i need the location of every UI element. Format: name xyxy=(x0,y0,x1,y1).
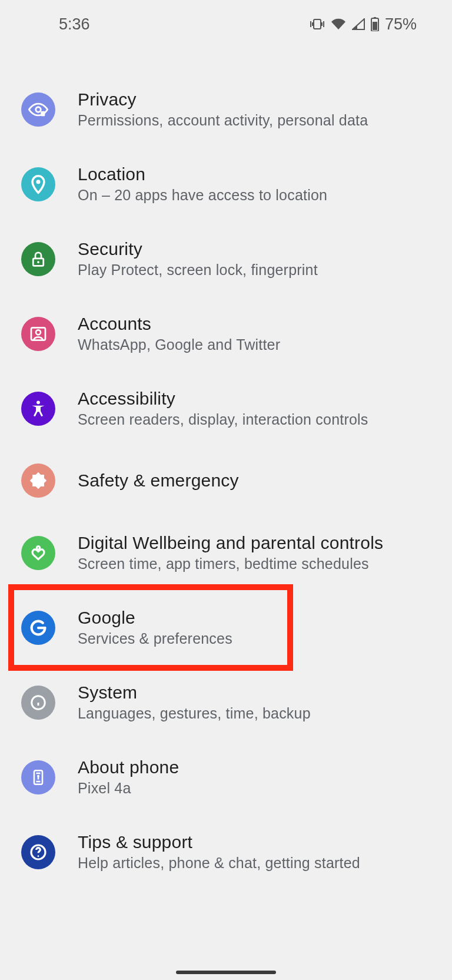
statusbar-indicators: 75% xyxy=(310,15,417,34)
svg-point-16 xyxy=(36,546,39,549)
svg-point-12 xyxy=(37,261,39,263)
info-icon xyxy=(21,686,55,720)
item-text: PrivacyPermissions, account activity, pe… xyxy=(78,90,368,129)
svg-point-8 xyxy=(36,107,41,112)
item-text: Digital Wellbeing and parental controlsS… xyxy=(78,533,383,572)
svg-rect-9 xyxy=(41,111,45,116)
svg-point-26 xyxy=(38,855,39,857)
item-subtitle: Screen time, app timers, bedtime schedul… xyxy=(78,555,383,572)
item-text: About phonePixel 4a xyxy=(78,757,179,797)
battery-percent: 75% xyxy=(385,15,417,34)
accessibility-icon xyxy=(21,392,55,426)
item-title: Accounts xyxy=(78,314,280,334)
settings-item-tips[interactable]: Tips & supportHelp articles, phone & cha… xyxy=(0,815,452,889)
item-subtitle: Permissions, account activity, personal … xyxy=(78,112,368,129)
item-title: Tips & support xyxy=(78,832,360,852)
settings-item-accounts[interactable]: AccountsWhatsApp, Google and Twitter xyxy=(0,296,452,371)
item-subtitle: Languages, gestures, time, backup xyxy=(78,705,311,722)
eye-icon xyxy=(21,92,55,127)
item-subtitle: On – 20 apps have access to location xyxy=(78,187,327,204)
item-subtitle: WhatsApp, Google and Twitter xyxy=(78,336,280,353)
item-text: LocationOn – 20 apps have access to loca… xyxy=(78,164,327,204)
item-title: System xyxy=(78,683,311,703)
item-title: Accessibility xyxy=(78,389,368,409)
svg-point-24 xyxy=(38,775,38,776)
item-text: SystemLanguages, gestures, time, backup xyxy=(78,683,311,722)
item-text: GoogleServices & preferences xyxy=(78,608,232,647)
item-title: Safety & emergency xyxy=(78,471,239,491)
svg-point-10 xyxy=(36,180,40,184)
wifi-icon xyxy=(331,18,346,30)
item-title: Security xyxy=(78,239,318,259)
item-title: Location xyxy=(78,164,327,184)
account-icon xyxy=(21,317,55,351)
settings-item-wellbeing[interactable]: Digital Wellbeing and parental controlsS… xyxy=(0,515,452,590)
help-icon xyxy=(21,835,55,869)
settings-item-about[interactable]: About phonePixel 4a xyxy=(0,740,452,815)
item-subtitle: Screen readers, display, interaction con… xyxy=(78,411,368,428)
settings-item-accessibility[interactable]: AccessibilityScreen readers, display, in… xyxy=(0,371,452,446)
item-title: Privacy xyxy=(78,90,368,110)
item-subtitle: Play Protect, screen lock, fingerprint xyxy=(78,261,318,279)
svg-rect-0 xyxy=(314,19,321,29)
lock-icon xyxy=(21,242,55,276)
settings-item-privacy[interactable]: PrivacyPermissions, account activity, pe… xyxy=(0,72,452,147)
medical-icon xyxy=(21,463,55,498)
svg-point-14 xyxy=(36,330,41,335)
phone-icon xyxy=(21,760,55,794)
settings-item-location[interactable]: LocationOn – 20 apps have access to loca… xyxy=(0,147,452,221)
item-text: SecurityPlay Protect, screen lock, finge… xyxy=(78,239,318,279)
wellbeing-icon xyxy=(21,536,55,570)
settings-item-google[interactable]: GoogleServices & preferences xyxy=(0,590,452,665)
item-subtitle: Help articles, phone & chat, getting sta… xyxy=(78,855,360,872)
status-bar: 5:36 75% xyxy=(0,0,452,48)
settings-item-system[interactable]: SystemLanguages, gestures, time, backup xyxy=(0,665,452,740)
item-subtitle: Services & preferences xyxy=(78,630,232,647)
nav-pill[interactable] xyxy=(176,971,276,974)
item-title: Digital Wellbeing and parental controls xyxy=(78,533,383,553)
item-title: Google xyxy=(78,608,232,628)
item-subtitle: Pixel 4a xyxy=(78,780,179,797)
item-text: Safety & emergency xyxy=(78,471,239,491)
battery-icon xyxy=(371,17,379,31)
settings-list: PrivacyPermissions, account activity, pe… xyxy=(0,48,452,889)
item-title: About phone xyxy=(78,757,179,777)
item-text: Tips & supportHelp articles, phone & cha… xyxy=(78,832,360,872)
vibrate-icon xyxy=(310,18,325,30)
item-text: AccessibilityScreen readers, display, in… xyxy=(78,389,368,428)
svg-point-15 xyxy=(36,400,40,404)
pin-icon xyxy=(21,167,55,201)
google-icon xyxy=(21,611,55,645)
settings-item-security[interactable]: SecurityPlay Protect, screen lock, finge… xyxy=(0,221,452,296)
cellular-icon xyxy=(352,18,365,30)
svg-rect-7 xyxy=(373,22,377,30)
item-text: AccountsWhatsApp, Google and Twitter xyxy=(78,314,280,353)
statusbar-time: 5:36 xyxy=(59,15,90,34)
settings-item-safety[interactable]: Safety & emergency xyxy=(0,446,452,515)
